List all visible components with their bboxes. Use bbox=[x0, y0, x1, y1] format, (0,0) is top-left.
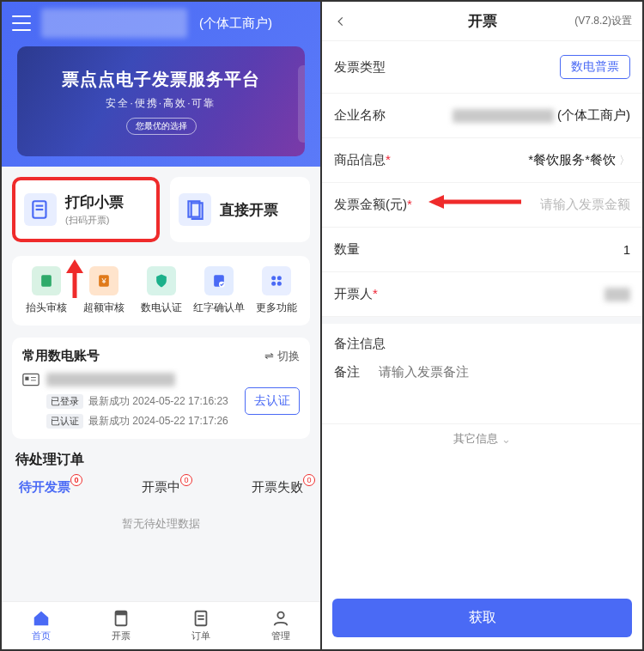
submit-button[interactable]: 获取 bbox=[332, 599, 632, 637]
empty-state: 暂无待处理数据 bbox=[12, 502, 310, 538]
company-label: 企业名称 bbox=[334, 107, 386, 124]
direct-invoice-title: 直接开票 bbox=[220, 200, 278, 220]
tab-invoice-failed[interactable]: 开票失败0 bbox=[252, 479, 303, 496]
back-icon[interactable] bbox=[332, 13, 349, 30]
badge-count: 0 bbox=[180, 474, 192, 486]
left-header: (个体工商户) 票点点电子发票服务平台 安全·便携·高效·可靠 您最优的选择 bbox=[2, 2, 320, 167]
go-verify-button[interactable]: 去认证 bbox=[245, 387, 300, 415]
right-navbar: 开票 (V7.8.2)设置 bbox=[322, 2, 642, 41]
banner-chip: 您最优的选择 bbox=[126, 118, 197, 135]
annotation-arrow-icon bbox=[425, 189, 528, 215]
tabbar-home[interactable]: 首页 bbox=[32, 609, 51, 642]
switch-account-link[interactable]: ⇌ 切换 bbox=[264, 349, 300, 364]
badge-count: 0 bbox=[303, 474, 315, 486]
invoice-type-label: 发票类型 bbox=[334, 59, 386, 76]
promo-banner[interactable]: 票点点电子发票服务平台 安全·便携·高效·可靠 您最优的选择 bbox=[17, 46, 305, 156]
company-value-redacted bbox=[453, 109, 554, 123]
amount-input[interactable]: 请输入发票金额 bbox=[540, 197, 630, 213]
logged-in-tag: 已登录 bbox=[46, 394, 83, 409]
verified-tag: 已认证 bbox=[46, 414, 83, 429]
product-label: 商品信息 bbox=[334, 152, 386, 167]
row-invoice-type[interactable]: 发票类型 数电普票 bbox=[322, 41, 642, 94]
tabbar-orders[interactable]: 订单 bbox=[191, 609, 210, 642]
merchant-name-redacted bbox=[41, 9, 187, 38]
svg-rect-13 bbox=[25, 377, 28, 380]
row-drawer[interactable]: 开票人* bbox=[322, 272, 642, 317]
drawer-value-redacted bbox=[605, 288, 630, 301]
merchant-type: (个体工商户) bbox=[199, 15, 272, 32]
qty-value[interactable]: 1 bbox=[623, 242, 630, 257]
invoice-type-value[interactable]: 数电普票 bbox=[560, 55, 630, 79]
svg-point-10 bbox=[271, 282, 276, 286]
remark-section-title: 备注信息 bbox=[322, 324, 642, 357]
tab-pending-invoice[interactable]: 待开发票0 bbox=[19, 479, 70, 496]
home-icon bbox=[32, 609, 51, 628]
tab-invoicing[interactable]: 开票中0 bbox=[142, 479, 180, 496]
row-quantity[interactable]: 数量 1 bbox=[322, 228, 642, 272]
feature-more[interactable]: 更多功能 bbox=[251, 266, 302, 315]
svg-point-8 bbox=[271, 276, 276, 280]
other-info-toggle[interactable]: 其它信息 ⌄ bbox=[322, 423, 642, 453]
svg-marker-23 bbox=[66, 259, 83, 273]
menu-icon[interactable] bbox=[12, 15, 31, 31]
svg-text:¥: ¥ bbox=[100, 277, 106, 285]
print-receipt-card[interactable]: 打印小票 (扫码开票) bbox=[12, 177, 160, 242]
amount-label: 发票金额(元) bbox=[334, 197, 407, 211]
feature-red-confirm[interactable]: 红字确认单 bbox=[193, 266, 245, 315]
svg-marker-25 bbox=[428, 195, 444, 209]
remark-textarea[interactable] bbox=[379, 364, 630, 408]
pending-orders-title: 待处理订单 bbox=[12, 451, 310, 469]
direct-invoice-card[interactable]: 直接开票 bbox=[170, 177, 311, 242]
product-value: *餐饮服务*餐饮 bbox=[528, 152, 616, 168]
drawer-label: 开票人 bbox=[334, 286, 373, 301]
account-number-redacted bbox=[46, 373, 175, 386]
login-time: 最新成功 2024-05-22 17:16:23 bbox=[88, 394, 228, 409]
row-remark: 备注 bbox=[322, 357, 642, 423]
user-icon bbox=[271, 609, 290, 628]
badge-count: 0 bbox=[70, 474, 82, 486]
banner-title: 票点点电子发票服务平台 bbox=[62, 68, 260, 91]
version-settings-link[interactable]: (V7.8.2)设置 bbox=[574, 14, 632, 28]
feature-digital-auth[interactable]: 数电认证 bbox=[136, 266, 187, 315]
receipt-icon bbox=[24, 193, 57, 226]
row-company-name[interactable]: 企业名称 (个体工商户) bbox=[322, 94, 642, 138]
company-suffix: (个体工商户) bbox=[557, 107, 630, 124]
invoice-tab-icon bbox=[112, 609, 131, 628]
account-section-title: 常用数电账号 bbox=[22, 348, 100, 364]
row-product-info[interactable]: 商品信息* *餐饮服务*餐饮〉 bbox=[322, 138, 642, 183]
other-info-label: 其它信息 bbox=[453, 431, 498, 447]
qty-label: 数量 bbox=[334, 241, 360, 258]
annotation-arrow-icon bbox=[58, 259, 92, 302]
chevron-down-icon: ⌄ bbox=[501, 433, 511, 446]
tabbar-manage[interactable]: 管理 bbox=[271, 609, 290, 642]
svg-point-9 bbox=[276, 276, 281, 280]
account-section: 常用数电账号 ⇌ 切换 已登录最新成功 2024-05-22 17:16:23 … bbox=[12, 338, 310, 439]
chevron-right-icon: 〉 bbox=[619, 153, 630, 168]
banner-subtitle: 安全·便携·高效·可靠 bbox=[106, 96, 216, 111]
svg-rect-17 bbox=[116, 611, 127, 616]
print-receipt-sub: (扫码开票) bbox=[65, 214, 124, 227]
verify-time: 最新成功 2024-05-22 17:17:26 bbox=[88, 414, 228, 429]
invoice-icon bbox=[179, 193, 211, 226]
svg-rect-3 bbox=[41, 275, 52, 286]
svg-point-21 bbox=[277, 612, 283, 618]
remark-label: 备注 bbox=[334, 364, 360, 408]
orders-icon bbox=[191, 609, 210, 628]
svg-point-11 bbox=[276, 282, 281, 286]
pending-orders-section: 待处理订单 待开发票0 开票中0 开票失败0 暂无待处理数据 bbox=[12, 451, 310, 538]
print-receipt-title: 打印小票 bbox=[65, 192, 124, 212]
tabbar-invoice[interactable]: 开票 bbox=[112, 609, 131, 642]
page-title: 开票 bbox=[468, 11, 497, 31]
bottom-tabbar: 首页 开票 订单 管理 bbox=[2, 601, 320, 649]
id-card-icon bbox=[22, 373, 39, 386]
